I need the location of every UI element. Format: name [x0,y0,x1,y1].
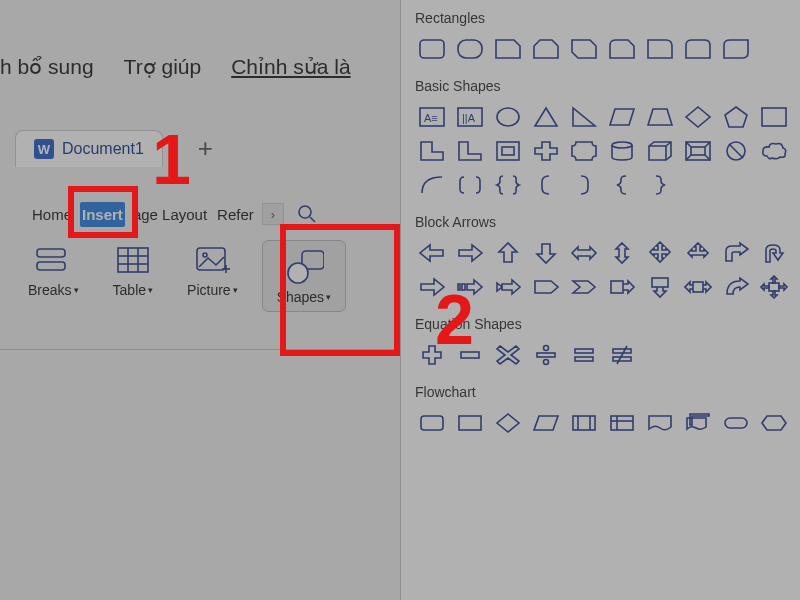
rounded-rect-icon[interactable] [453,34,487,64]
round-rect-icon[interactable] [719,34,753,64]
table-button[interactable]: Table▾ [103,240,163,302]
brace-pair-icon[interactable] [491,170,525,200]
flow-internal-icon[interactable] [605,408,639,438]
divide-icon[interactable] [529,340,563,370]
flow-terminator-icon[interactable] [719,408,753,438]
document-tabs: W Document1 + [0,130,213,167]
menu-item[interactable]: Chỉnh sửa là [231,55,350,79]
multiply-icon[interactable] [491,340,525,370]
flow-prep-icon[interactable] [757,408,791,438]
svg-rect-37 [652,278,668,287]
flow-decision-icon[interactable] [491,408,525,438]
oval-icon[interactable] [491,102,525,132]
textbox-vert-icon[interactable]: ||A [453,102,487,132]
tab-page-layout[interactable]: age Layout [131,202,209,227]
shapes-button[interactable]: Shapes▾ [262,240,346,312]
right-bracket-icon[interactable] [567,170,601,200]
arrow-pentagon-icon[interactable] [529,272,563,302]
rect-icon[interactable] [415,34,449,64]
cloud-icon[interactable] [757,136,791,166]
new-tab-button[interactable]: + [198,133,213,164]
breaks-button[interactable]: Breaks▾ [18,240,89,302]
equation-shapes-row [415,340,795,370]
arrow-callout-icon[interactable] [605,272,639,302]
table-icon [113,244,153,276]
left-brace-icon[interactable] [605,170,639,200]
tab-references[interactable]: Refer [215,202,256,227]
flow-document-icon[interactable] [643,408,677,438]
flow-multidoc-icon[interactable] [681,408,715,438]
trapezoid-icon[interactable] [643,102,677,132]
frame-icon[interactable] [491,136,525,166]
svg-rect-45 [575,357,593,361]
arrow-tri-icon[interactable] [681,238,715,268]
flow-process-icon[interactable] [453,408,487,438]
arrow-notched-icon[interactable] [491,272,525,302]
triangle-icon[interactable] [529,102,563,132]
round-snip-rect-icon[interactable] [605,34,639,64]
diamond-icon[interactable] [681,102,715,132]
not-equal-icon[interactable] [605,340,639,370]
plaque-icon[interactable] [567,136,601,166]
ribbon-more-icon[interactable]: › [262,203,284,225]
left-bracket-icon[interactable] [529,170,563,200]
cylinder-icon[interactable] [605,136,639,166]
minus-icon[interactable] [453,340,487,370]
tab-insert[interactable]: Insert [80,202,125,227]
arrow-updown-icon[interactable] [605,238,639,268]
no-symbol-icon[interactable] [719,136,753,166]
cross-icon[interactable] [529,136,563,166]
arrow-chevron-icon[interactable] [567,272,601,302]
arrow-right-icon[interactable] [415,272,449,302]
arc-icon[interactable] [415,170,449,200]
arrow-right-icon[interactable] [453,238,487,268]
arrow-callout-lr-icon[interactable] [681,272,715,302]
arrow-leftright-icon[interactable] [567,238,601,268]
equal-icon[interactable] [567,340,601,370]
plus-icon[interactable] [415,340,449,370]
arrow-callout-down-icon[interactable] [643,272,677,302]
snip-rect-icon[interactable] [567,34,601,64]
tab-home[interactable]: Home [30,202,74,227]
svg-rect-2 [37,249,65,257]
textbox-icon[interactable]: A≡ [415,102,449,132]
right-triangle-icon[interactable] [567,102,601,132]
category-rectangles: Rectangles [415,10,800,26]
arrow-curved-icon[interactable] [719,272,753,302]
picture-button[interactable]: Picture▾ [177,240,248,302]
rect-icon[interactable] [757,102,791,132]
arrow-up-icon[interactable] [491,238,525,268]
arrow-left-icon[interactable] [415,238,449,268]
pentagon-icon[interactable] [719,102,753,132]
bracket-pair-icon[interactable] [453,170,487,200]
arrow-uturn-icon[interactable] [757,238,791,268]
snip-rect-icon[interactable] [529,34,563,64]
svg-rect-47 [613,357,631,361]
round-rect-icon[interactable] [681,34,715,64]
arrow-down-icon[interactable] [529,238,563,268]
flow-process-icon[interactable] [415,408,449,438]
svg-point-10 [203,253,207,257]
cube-icon[interactable] [643,136,677,166]
menu-item[interactable]: h bổ sung [0,55,94,79]
arrow-striped-icon[interactable] [453,272,487,302]
svg-rect-35 [462,284,465,290]
search-icon[interactable] [295,200,319,228]
arrow-bent-icon[interactable] [719,238,753,268]
tab-document1[interactable]: W Document1 [15,130,163,167]
svg-rect-50 [459,416,481,430]
parallelogram-icon[interactable] [605,102,639,132]
round-rect-icon[interactable] [643,34,677,64]
bevel-icon[interactable] [681,136,715,166]
corner-icon[interactable] [415,136,449,166]
svg-rect-9 [197,248,225,270]
l-shape-icon[interactable] [453,136,487,166]
svg-rect-38 [693,282,703,292]
right-brace-icon[interactable] [643,170,677,200]
flow-data-icon[interactable] [529,408,563,438]
arrow-quad-callout-icon[interactable] [757,272,791,302]
snip-rect-icon[interactable] [491,34,525,64]
arrow-quad-icon[interactable] [643,238,677,268]
menu-item[interactable]: Trợ giúp [124,55,202,79]
flow-predef-icon[interactable] [567,408,601,438]
